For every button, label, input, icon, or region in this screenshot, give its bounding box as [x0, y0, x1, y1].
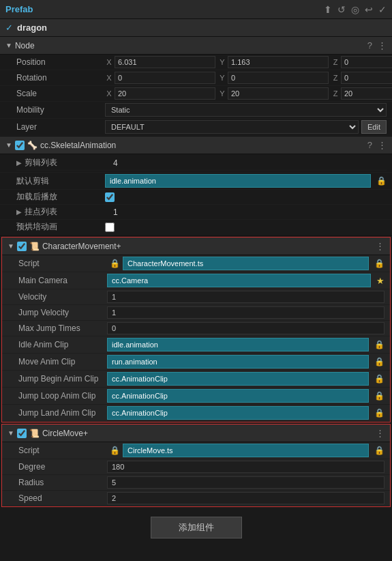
speed-input[interactable] [107, 492, 385, 504]
default-clip-row: 默认剪辑 🔒 [0, 173, 392, 190]
speed-value-area [107, 492, 385, 504]
degree-input[interactable] [107, 461, 385, 473]
default-clip-input[interactable] [105, 174, 371, 188]
circle-section-title: CircleMove+ [42, 429, 376, 438]
node-section-title: Node [15, 41, 367, 51]
prebake-checkbox[interactable] [105, 222, 115, 232]
rotation-x-group: X [105, 72, 215, 84]
rotation-fields: X Y Z [105, 72, 392, 84]
char-section-actions: ⋮ [376, 241, 385, 251]
degree-row: Degree [2, 459, 390, 475]
prefab-name-input[interactable] [17, 23, 387, 33]
mobility-value-area: Static [105, 103, 387, 117]
circle-script-input[interactable] [123, 444, 369, 457]
rotation-x-input[interactable] [115, 72, 215, 84]
export-icon[interactable]: ⬆ [324, 4, 332, 15]
character-movement-section: ▼ 📜 CharacterMovement+ ⋮ Script 🔒 🔒 Main… [1, 237, 391, 422]
jump-begin-lock-icon: 🔒 [374, 374, 385, 384]
scale-y-input[interactable] [228, 87, 329, 100]
char-enable-checkbox[interactable] [17, 242, 27, 251]
position-y-group: Y [218, 56, 329, 68]
node-section-header[interactable]: ▼ Node ? ⋮ [0, 37, 392, 55]
node-help-icon[interactable]: ? [367, 40, 372, 51]
idle-anim-input[interactable] [107, 338, 369, 351]
position-x-group: X [105, 56, 215, 68]
idle-anim-lock-icon: 🔒 [374, 340, 385, 349]
circle-more-icon[interactable]: ⋮ [376, 428, 385, 438]
play-on-load-value-area [105, 192, 387, 202]
layer-edit-button[interactable]: Edit [361, 120, 387, 134]
scale-x-group: X [105, 87, 215, 100]
prebake-value-area [105, 222, 387, 232]
default-clip-label: 默认剪辑 [16, 175, 105, 187]
scale-row: Scale X Y Z [0, 86, 392, 102]
name-row: ✓ [0, 19, 392, 37]
mobility-row: Mobility Static [0, 102, 392, 119]
sockets-value: 1 [113, 207, 118, 217]
idle-anim-value-area: 🔒 [107, 338, 385, 351]
jump-velocity-value-area [107, 306, 385, 319]
radius-value-area [107, 476, 385, 489]
jump-begin-value-area: 🔒 [107, 372, 385, 386]
rotation-y-label: Y [218, 74, 226, 82]
default-clip-value-area: 🔒 [105, 174, 387, 188]
rotation-y-input[interactable] [228, 72, 329, 84]
max-jump-label: Max Jump Times [18, 323, 107, 333]
move-anim-value-area: 🔒 [107, 355, 385, 369]
jump-loop-input[interactable] [107, 389, 369, 403]
node-section: ▼ Node ? ⋮ Position X Y Z Rotation [0, 37, 392, 136]
add-component-button[interactable]: 添加组件 [151, 517, 242, 538]
skeletal-more-icon[interactable]: ⋮ [378, 140, 387, 150]
rotation-row: Rotation X Y Z [0, 70, 392, 86]
velocity-row: Velocity [2, 289, 390, 305]
jump-velocity-row: Jump Velocity [2, 305, 390, 321]
velocity-input[interactable] [107, 291, 385, 303]
undo-icon[interactable]: ↩ [365, 4, 373, 15]
settings-icon[interactable]: ◎ [351, 4, 359, 15]
scale-z-input[interactable] [341, 87, 392, 100]
play-on-load-checkbox[interactable] [105, 192, 115, 202]
degree-label: Degree [18, 462, 107, 472]
skeletal-help-icon[interactable]: ? [367, 140, 372, 150]
circle-section-header[interactable]: ▼ 📜 CircleMove+ ⋮ [2, 425, 390, 442]
main-camera-row: Main Camera ★ [2, 272, 390, 289]
position-x-label: X [105, 58, 113, 66]
char-section-header[interactable]: ▼ 📜 CharacterMovement+ ⋮ [2, 238, 390, 255]
radius-label: Radius [18, 478, 107, 487]
idle-anim-row: Idle Anim Clip 🔒 [2, 336, 390, 354]
scale-fields: X Y Z [105, 87, 392, 100]
jump-velocity-input[interactable] [107, 306, 385, 319]
char-script-lock-icon: 🔒 [110, 259, 120, 268]
node-more-icon[interactable]: ⋮ [378, 40, 387, 51]
check-icon[interactable]: ✓ [378, 4, 387, 15]
position-label: Position [16, 57, 105, 67]
speed-row: Speed [2, 491, 390, 506]
rotation-z-input[interactable] [341, 72, 392, 84]
skeletal-section-header[interactable]: ▼ 🦴 cc.SkeletalAnimation ? ⋮ [0, 136, 392, 154]
position-z-label: Z [331, 58, 340, 66]
jump-begin-input[interactable] [107, 372, 369, 386]
radius-input[interactable] [107, 476, 385, 489]
prebake-row: 预烘培动画 [0, 220, 392, 235]
add-component-row: 添加组件 [0, 508, 392, 547]
position-x-input[interactable] [115, 56, 215, 68]
move-anim-input[interactable] [107, 355, 369, 369]
move-anim-label: Move Anim Clip [18, 357, 107, 366]
refresh-icon[interactable]: ↺ [337, 4, 346, 15]
position-y-label: Y [218, 58, 226, 66]
main-camera-input[interactable] [107, 274, 371, 287]
mobility-dropdown[interactable]: Static [105, 103, 387, 117]
skeletal-enable-checkbox[interactable] [15, 141, 25, 150]
position-z-input[interactable] [341, 56, 392, 68]
char-more-icon[interactable]: ⋮ [376, 241, 385, 251]
position-y-input[interactable] [228, 56, 329, 68]
scale-x-input[interactable] [115, 87, 215, 100]
circle-enable-checkbox[interactable] [17, 429, 27, 438]
max-jump-input[interactable] [107, 322, 385, 334]
jump-land-value-area: 🔒 [107, 406, 385, 420]
clip-count-label: 剪辑列表 [25, 157, 113, 169]
jump-loop-value-area: 🔒 [107, 389, 385, 403]
layer-dropdown[interactable]: DEFAULT [105, 120, 359, 134]
jump-land-input[interactable] [107, 406, 369, 420]
char-script-input[interactable] [123, 257, 369, 270]
